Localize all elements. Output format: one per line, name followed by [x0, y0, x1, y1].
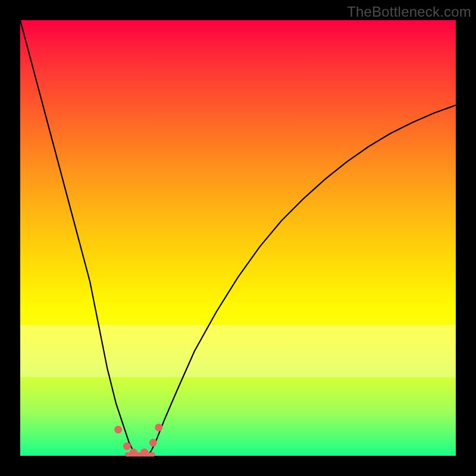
curve-marker	[149, 439, 157, 447]
curve-marker	[114, 426, 122, 434]
curve-marker	[140, 449, 148, 456]
curve-marker	[155, 424, 162, 431]
curve-marker	[123, 442, 131, 450]
chart-frame: TheBottleneck.com	[0, 0, 476, 476]
chart-svg	[20, 20, 456, 456]
curve-marker	[130, 449, 137, 456]
plot-area	[20, 20, 456, 456]
watermark-text: TheBottleneck.com	[347, 4, 471, 20]
bottleneck-curve	[20, 20, 456, 456]
marker-group	[114, 424, 162, 456]
